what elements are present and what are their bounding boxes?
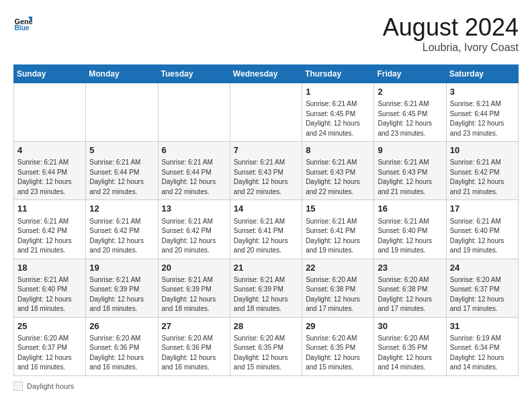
day-info: Sunrise: 6:21 AMSunset: 6:43 PMDaylight:… [306, 158, 370, 197]
day-number: 30 [378, 320, 442, 332]
day-info: Sunrise: 6:21 AMSunset: 6:39 PMDaylight:… [162, 275, 226, 314]
day-info: Sunrise: 6:20 AMSunset: 6:36 PMDaylight:… [89, 334, 154, 373]
day-number: 18 [17, 262, 82, 274]
day-number: 17 [450, 203, 515, 215]
calendar-cell: 13Sunrise: 6:21 AMSunset: 6:42 PMDayligh… [158, 200, 230, 259]
calendar-cell: 9Sunrise: 6:21 AMSunset: 6:43 PMDaylight… [374, 142, 446, 200]
calendar-cell: 22Sunrise: 6:20 AMSunset: 6:38 PMDayligh… [302, 259, 374, 317]
footer: Daylight hours [13, 381, 519, 391]
day-info: Sunrise: 6:21 AMSunset: 6:39 PMDaylight:… [89, 275, 154, 314]
day-number: 16 [378, 203, 442, 215]
calendar-week-row: 11Sunrise: 6:21 AMSunset: 6:42 PMDayligh… [14, 200, 519, 259]
day-number: 20 [162, 262, 226, 274]
day-info: Sunrise: 6:21 AMSunset: 6:40 PMDaylight:… [17, 275, 82, 314]
day-info: Sunrise: 6:21 AMSunset: 6:42 PMDaylight:… [450, 158, 515, 197]
day-info: Sunrise: 6:20 AMSunset: 6:38 PMDaylight:… [306, 275, 370, 314]
day-number: 3 [450, 86, 515, 98]
day-number: 12 [89, 203, 154, 215]
calendar-cell: 12Sunrise: 6:21 AMSunset: 6:42 PMDayligh… [86, 200, 158, 259]
day-info: Sunrise: 6:21 AMSunset: 6:43 PMDaylight:… [378, 158, 442, 197]
calendar-header-tuesday: Tuesday [158, 65, 230, 83]
day-number: 28 [234, 320, 298, 332]
calendar-week-row: 25Sunrise: 6:20 AMSunset: 6:37 PMDayligh… [14, 317, 519, 375]
day-number: 9 [378, 144, 442, 156]
day-number: 2 [378, 86, 442, 98]
day-number: 7 [234, 144, 298, 156]
day-info: Sunrise: 6:21 AMSunset: 6:40 PMDaylight:… [450, 217, 515, 256]
day-info: Sunrise: 6:21 AMSunset: 6:41 PMDaylight:… [234, 217, 298, 256]
day-number: 19 [89, 262, 154, 274]
day-info: Sunrise: 6:21 AMSunset: 6:40 PMDaylight:… [378, 217, 442, 256]
calendar-header-row: SundayMondayTuesdayWednesdayThursdayFrid… [14, 65, 519, 83]
day-info: Sunrise: 6:20 AMSunset: 6:35 PMDaylight:… [306, 334, 370, 373]
day-number: 6 [162, 144, 226, 156]
day-info: Sunrise: 6:21 AMSunset: 6:42 PMDaylight:… [162, 217, 226, 256]
day-number: 4 [17, 144, 82, 156]
day-info: Sunrise: 6:21 AMSunset: 6:44 PMDaylight:… [89, 158, 154, 197]
day-info: Sunrise: 6:21 AMSunset: 6:44 PMDaylight:… [17, 158, 82, 197]
day-info: Sunrise: 6:21 AMSunset: 6:44 PMDaylight:… [162, 158, 226, 197]
day-number: 15 [306, 203, 370, 215]
calendar-cell: 25Sunrise: 6:20 AMSunset: 6:37 PMDayligh… [14, 317, 86, 375]
day-number: 22 [306, 262, 370, 274]
day-number: 13 [162, 203, 226, 215]
day-info: Sunrise: 6:21 AMSunset: 6:41 PMDaylight:… [306, 217, 370, 256]
calendar-cell: 7Sunrise: 6:21 AMSunset: 6:43 PMDaylight… [230, 142, 302, 200]
day-info: Sunrise: 6:21 AMSunset: 6:44 PMDaylight:… [450, 99, 515, 138]
calendar-header-thursday: Thursday [302, 65, 374, 83]
title-block: August 2024 Loubria, Ivory Coast [383, 13, 519, 54]
calendar-cell: 6Sunrise: 6:21 AMSunset: 6:44 PMDaylight… [158, 142, 230, 200]
day-info: Sunrise: 6:20 AMSunset: 6:36 PMDaylight:… [162, 334, 226, 373]
calendar-cell: 8Sunrise: 6:21 AMSunset: 6:43 PMDaylight… [302, 142, 374, 200]
calendar-cell: 16Sunrise: 6:21 AMSunset: 6:40 PMDayligh… [374, 200, 446, 259]
day-number: 11 [17, 203, 82, 215]
day-number: 14 [234, 203, 298, 215]
day-number: 21 [234, 262, 298, 274]
calendar-cell: 26Sunrise: 6:20 AMSunset: 6:36 PMDayligh… [86, 317, 158, 375]
day-number: 25 [17, 320, 82, 332]
calendar-cell: 23Sunrise: 6:20 AMSunset: 6:38 PMDayligh… [374, 259, 446, 317]
calendar-cell: 27Sunrise: 6:20 AMSunset: 6:36 PMDayligh… [158, 317, 230, 375]
calendar-week-row: 18Sunrise: 6:21 AMSunset: 6:40 PMDayligh… [14, 259, 519, 317]
calendar-cell [14, 83, 86, 142]
calendar-cell: 11Sunrise: 6:21 AMSunset: 6:42 PMDayligh… [14, 200, 86, 259]
calendar-header-saturday: Saturday [446, 65, 518, 83]
day-info: Sunrise: 6:20 AMSunset: 6:35 PMDaylight:… [378, 334, 442, 373]
day-number: 31 [450, 320, 515, 332]
calendar-cell [230, 83, 302, 142]
day-info: Sunrise: 6:20 AMSunset: 6:37 PMDaylight:… [450, 275, 515, 314]
calendar-cell: 20Sunrise: 6:21 AMSunset: 6:39 PMDayligh… [158, 259, 230, 317]
day-number: 24 [450, 262, 515, 274]
day-number: 26 [89, 320, 154, 332]
calendar-cell: 24Sunrise: 6:20 AMSunset: 6:37 PMDayligh… [446, 259, 518, 317]
calendar-header-wednesday: Wednesday [230, 65, 302, 83]
day-number: 29 [306, 320, 370, 332]
daylight-legend-box [13, 381, 23, 391]
day-info: Sunrise: 6:20 AMSunset: 6:38 PMDaylight:… [378, 275, 442, 314]
calendar-cell: 17Sunrise: 6:21 AMSunset: 6:40 PMDayligh… [446, 200, 518, 259]
calendar-cell [158, 83, 230, 142]
calendar-week-row: 1Sunrise: 6:21 AMSunset: 6:45 PMDaylight… [14, 83, 519, 142]
calendar-cell: 4Sunrise: 6:21 AMSunset: 6:44 PMDaylight… [14, 142, 86, 200]
calendar-cell: 30Sunrise: 6:20 AMSunset: 6:35 PMDayligh… [374, 317, 446, 375]
day-info: Sunrise: 6:20 AMSunset: 6:37 PMDaylight:… [17, 334, 82, 373]
location-title: Loubria, Ivory Coast [383, 42, 519, 54]
day-info: Sunrise: 6:21 AMSunset: 6:39 PMDaylight:… [234, 275, 298, 314]
svg-text:Blue: Blue [15, 24, 30, 32]
calendar-table: SundayMondayTuesdayWednesdayThursdayFrid… [13, 64, 519, 376]
calendar-week-row: 4Sunrise: 6:21 AMSunset: 6:44 PMDaylight… [14, 142, 519, 200]
calendar-cell: 21Sunrise: 6:21 AMSunset: 6:39 PMDayligh… [230, 259, 302, 317]
day-info: Sunrise: 6:21 AMSunset: 6:42 PMDaylight:… [17, 217, 82, 256]
calendar-cell: 29Sunrise: 6:20 AMSunset: 6:35 PMDayligh… [302, 317, 374, 375]
day-info: Sunrise: 6:21 AMSunset: 6:45 PMDaylight:… [306, 99, 370, 138]
calendar-header-sunday: Sunday [14, 65, 86, 83]
calendar-header-friday: Friday [374, 65, 446, 83]
day-number: 23 [378, 262, 442, 274]
calendar-cell: 28Sunrise: 6:20 AMSunset: 6:35 PMDayligh… [230, 317, 302, 375]
calendar-cell: 2Sunrise: 6:21 AMSunset: 6:45 PMDaylight… [374, 83, 446, 142]
calendar-cell: 5Sunrise: 6:21 AMSunset: 6:44 PMDaylight… [86, 142, 158, 200]
month-title: August 2024 [383, 13, 519, 42]
day-number: 1 [306, 86, 370, 98]
calendar-cell: 14Sunrise: 6:21 AMSunset: 6:41 PMDayligh… [230, 200, 302, 259]
calendar-cell: 19Sunrise: 6:21 AMSunset: 6:39 PMDayligh… [86, 259, 158, 317]
